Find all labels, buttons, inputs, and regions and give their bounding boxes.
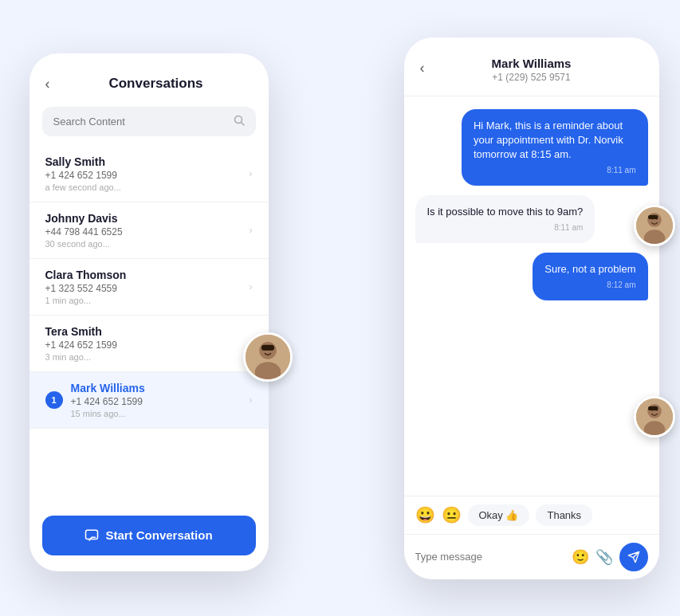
start-conversation-button[interactable]: Start Conversation bbox=[42, 516, 256, 555]
contact-phone: +1 424 652 1599 bbox=[71, 396, 250, 407]
message-time: 8:11 am bbox=[474, 165, 636, 176]
avatar-chat-2 bbox=[634, 396, 675, 437]
chat-icon bbox=[85, 528, 99, 543]
chat-contact-name: Mark Williams bbox=[492, 57, 572, 70]
message-time: 8:12 am bbox=[544, 280, 635, 291]
chat-phone: ‹ Mark Williams +1 (229) 525 9571 Hi Mar… bbox=[404, 37, 659, 579]
message-bubble-out-2: Sure, not a problem 8:12 am bbox=[533, 253, 647, 300]
chevron-right-icon: › bbox=[250, 225, 253, 236]
search-input[interactable] bbox=[53, 116, 234, 128]
svg-rect-14 bbox=[648, 214, 658, 218]
emoji-happy[interactable]: 😀 bbox=[415, 505, 435, 524]
message-bubble-in: Is it possible to move this to 9am? 8:11… bbox=[415, 195, 595, 243]
send-icon bbox=[627, 551, 640, 563]
chevron-right-icon: › bbox=[250, 281, 253, 292]
contact-time: 30 second ago... bbox=[45, 239, 250, 249]
contact-name: Mark Williams bbox=[71, 382, 250, 394]
message-time: 8:11 am bbox=[427, 222, 584, 233]
message-row-2: Is it possible to move this to 9am? 8:11… bbox=[415, 195, 648, 243]
contacts-list: Sally Smith +1 424 652 1599 a few second… bbox=[29, 146, 269, 508]
contact-item-johnny[interactable]: Johnny Davis +44 798 441 6525 30 second … bbox=[29, 202, 269, 259]
quick-replies: 😀 😐 Okay 👍 Thanks bbox=[404, 496, 659, 534]
attach-icon[interactable]: 📎 bbox=[595, 548, 613, 566]
back-icon[interactable]: ‹ bbox=[45, 76, 50, 92]
reply-chip-thanks[interactable]: Thanks bbox=[536, 504, 592, 526]
message-bubble-out: Hi Mark, this is a reminder about your a… bbox=[462, 109, 648, 186]
contact-name: Clara Thomson bbox=[45, 269, 250, 281]
chat-messages: Hi Mark, this is a reminder about your a… bbox=[404, 96, 659, 496]
svg-rect-8 bbox=[261, 344, 273, 350]
contact-phone: +1 424 652 1599 bbox=[45, 170, 250, 181]
contact-time: 1 min ago... bbox=[45, 296, 250, 305]
contact-phone: +44 798 441 6525 bbox=[45, 226, 250, 237]
contact-item-sally[interactable]: Sally Smith +1 424 652 1599 a few second… bbox=[29, 146, 269, 202]
contact-item-tera[interactable]: Tera Smith +1 424 652 1599 3 min ago... … bbox=[29, 316, 269, 372]
chat-header: ‹ Mark Williams +1 (229) 525 9571 bbox=[404, 37, 659, 96]
emoji-input-icon[interactable]: 🙂 bbox=[572, 548, 589, 566]
message-text: Is it possible to move this to 9am? bbox=[427, 205, 584, 219]
contact-name: Sally Smith bbox=[45, 155, 250, 168]
search-bar[interactable] bbox=[42, 107, 256, 136]
contact-item-mark[interactable]: 1 Mark Williams +1 424 652 1599 15 mins … bbox=[29, 372, 269, 429]
chevron-right-icon: › bbox=[250, 394, 253, 406]
contact-name: Tera Smith bbox=[45, 325, 250, 338]
contact-name: Johnny Davis bbox=[45, 212, 250, 225]
search-icon bbox=[234, 115, 245, 128]
svg-rect-20 bbox=[648, 406, 658, 410]
message-text: Sure, not a problem bbox=[544, 262, 635, 277]
contact-time: 15 mins ago... bbox=[71, 409, 250, 418]
contact-item-clara[interactable]: Clara Thomson +1 323 552 4559 1 min ago.… bbox=[29, 259, 269, 316]
chat-input-row: 🙂 📎 bbox=[404, 534, 659, 579]
send-button[interactable] bbox=[619, 543, 648, 571]
reply-chip-okay[interactable]: Okay 👍 bbox=[468, 504, 530, 526]
avatar-chat-1 bbox=[634, 205, 675, 246]
chat-contact-phone: +1 (229) 525 9571 bbox=[492, 72, 570, 83]
conversations-header: ‹ Conversations bbox=[29, 53, 269, 100]
unread-badge: 1 bbox=[45, 391, 63, 409]
message-row-1: Hi Mark, this is a reminder about your a… bbox=[415, 109, 648, 186]
svg-point-4 bbox=[259, 342, 277, 359]
contact-phone: +1 323 552 4559 bbox=[45, 283, 250, 294]
start-conversation-label: Start Conversation bbox=[105, 528, 212, 542]
svg-line-1 bbox=[241, 122, 244, 125]
chevron-right-icon: › bbox=[250, 168, 253, 179]
emoji-neutral[interactable]: 😐 bbox=[442, 505, 462, 524]
message-text: Hi Mark, this is a reminder about your a… bbox=[474, 119, 636, 163]
conversations-phone: ‹ Conversations Sally Smith bbox=[29, 53, 269, 571]
chat-back-icon[interactable]: ‹ bbox=[420, 60, 425, 77]
conversations-title: Conversations bbox=[60, 76, 253, 92]
contact-time: a few second ago... bbox=[45, 182, 250, 192]
contact-time: 3 min ago... bbox=[45, 352, 250, 362]
contact-phone: +1 424 652 1599 bbox=[45, 339, 250, 351]
message-input[interactable] bbox=[415, 551, 565, 563]
message-row-3: Sure, not a problem 8:12 am bbox=[415, 253, 648, 300]
avatar bbox=[243, 332, 293, 382]
